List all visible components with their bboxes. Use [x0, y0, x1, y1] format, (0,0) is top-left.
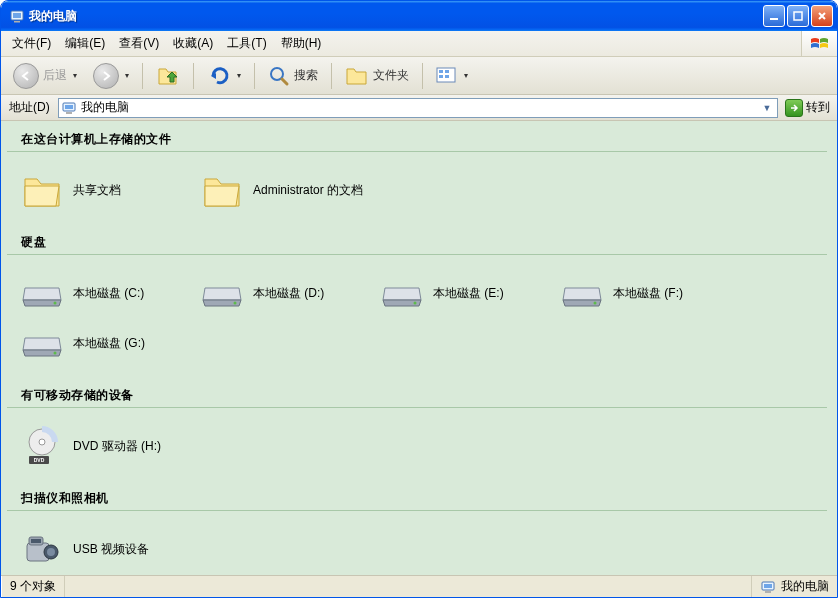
views-dropdown-icon: ▾ [464, 71, 468, 80]
address-label: 地址(D) [5, 99, 54, 116]
svg-text:DVD: DVD [34, 457, 45, 463]
status-location: 我的电脑 [752, 578, 837, 595]
mycomputer-icon [61, 100, 77, 116]
status-spacer [65, 576, 752, 597]
forward-button[interactable]: ▾ [87, 59, 135, 93]
item-local-disk-e[interactable]: 本地磁盘 (E:) [377, 269, 557, 319]
address-value: 我的电脑 [81, 99, 755, 116]
mycomputer-icon [760, 579, 776, 595]
back-button[interactable]: 后退 ▾ [7, 59, 83, 93]
toolbar-separator [142, 63, 143, 89]
section-scanners-items: USB 视频设备 [1, 521, 837, 575]
svg-rect-1 [13, 13, 21, 18]
menu-help[interactable]: 帮助(H) [274, 32, 329, 55]
svg-point-25 [47, 548, 55, 556]
window-controls [763, 5, 833, 27]
item-label: 本地磁盘 (E:) [433, 286, 504, 302]
svg-rect-30 [765, 591, 771, 593]
hard-drive-icon [21, 273, 63, 315]
content-pane[interactable]: 在这台计算机上存储的文件 共享文档 Administrator 的文档 硬盘 本… [1, 121, 837, 575]
menu-tools[interactable]: 工具(T) [220, 32, 273, 55]
svg-rect-29 [764, 584, 772, 588]
maximize-button[interactable] [787, 5, 809, 27]
minimize-button[interactable] [763, 5, 785, 27]
item-label: Administrator 的文档 [253, 183, 363, 199]
undo-icon [207, 64, 231, 88]
status-location-text: 我的电脑 [781, 578, 829, 595]
toolbar-separator [331, 63, 332, 89]
item-shared-documents[interactable]: 共享文档 [17, 166, 197, 216]
item-local-disk-f[interactable]: 本地磁盘 (F:) [557, 269, 737, 319]
section-files-items: 共享文档 Administrator 的文档 [1, 162, 837, 224]
svg-rect-2 [14, 21, 20, 23]
section-removable-header: 有可移动存储的设备 [7, 379, 827, 408]
svg-rect-4 [794, 12, 802, 20]
svg-point-14 [54, 302, 57, 305]
search-button[interactable]: 搜索 [262, 61, 324, 91]
address-dropdown-icon[interactable]: ▼ [759, 103, 775, 113]
toolbar-separator [193, 63, 194, 89]
close-button[interactable] [811, 5, 833, 27]
up-button[interactable] [150, 60, 186, 92]
folder-icon [201, 170, 243, 212]
item-label: 本地磁盘 (G:) [73, 336, 145, 352]
item-local-disk-g[interactable]: 本地磁盘 (G:) [17, 319, 197, 369]
forward-arrow-icon [93, 63, 119, 89]
views-button[interactable]: ▾ [430, 63, 474, 89]
item-label: USB 视频设备 [73, 542, 149, 558]
item-admin-documents[interactable]: Administrator 的文档 [197, 166, 377, 216]
svg-rect-7 [439, 70, 443, 73]
status-bar: 9 个对象 我的电脑 [1, 575, 837, 597]
hard-drive-icon [21, 323, 63, 365]
item-label: 本地磁盘 (C:) [73, 286, 144, 302]
item-dvd-drive[interactable]: DVD DVD 驱动器 (H:) [17, 422, 197, 472]
windows-flag-icon [801, 31, 837, 56]
svg-rect-10 [445, 75, 449, 78]
item-label: DVD 驱动器 (H:) [73, 439, 161, 455]
section-drives-header: 硬盘 [7, 226, 827, 255]
folders-icon [345, 65, 369, 87]
back-arrow-icon [13, 63, 39, 89]
undo-dropdown-icon: ▾ [237, 71, 241, 80]
item-label: 本地磁盘 (F:) [613, 286, 683, 302]
search-label: 搜索 [294, 67, 318, 84]
svg-rect-13 [66, 112, 72, 114]
folders-label: 文件夹 [373, 67, 409, 84]
item-label: 共享文档 [73, 183, 121, 199]
menu-favorites[interactable]: 收藏(A) [166, 32, 220, 55]
go-button[interactable]: 转到 [782, 99, 833, 117]
svg-rect-9 [445, 70, 449, 73]
dvd-drive-icon: DVD [21, 426, 63, 468]
undo-button[interactable]: ▾ [201, 60, 247, 92]
svg-rect-3 [770, 18, 778, 20]
address-input[interactable]: 我的电脑 ▼ [58, 98, 778, 118]
svg-point-16 [414, 302, 417, 305]
views-icon [436, 67, 458, 85]
app-icon [9, 8, 25, 24]
item-label: 本地磁盘 (D:) [253, 286, 324, 302]
section-removable-items: DVD DVD 驱动器 (H:) [1, 418, 837, 480]
section-scanners-header: 扫描仪和照相机 [7, 482, 827, 511]
section-files-header: 在这台计算机上存储的文件 [7, 123, 827, 152]
menu-file[interactable]: 文件(F) [5, 32, 58, 55]
hard-drive-icon [381, 273, 423, 315]
section-drives-items: 本地磁盘 (C:) 本地磁盘 (D:) 本地磁盘 (E:) 本地磁盘 (F:) … [1, 265, 837, 377]
svg-rect-27 [31, 539, 41, 543]
item-usb-video[interactable]: USB 视频设备 [17, 525, 197, 575]
menu-view[interactable]: 查看(V) [112, 32, 166, 55]
camcorder-icon [21, 529, 63, 571]
svg-point-18 [54, 352, 57, 355]
svg-point-15 [234, 302, 237, 305]
menu-edit[interactable]: 编辑(E) [58, 32, 112, 55]
toolbar-separator [422, 63, 423, 89]
svg-point-20 [39, 439, 45, 445]
status-object-count: 9 个对象 [1, 576, 65, 597]
back-dropdown-icon: ▾ [73, 71, 77, 80]
search-icon [268, 65, 290, 87]
svg-rect-12 [65, 105, 73, 109]
title-bar[interactable]: 我的电脑 [1, 1, 837, 31]
item-local-disk-d[interactable]: 本地磁盘 (D:) [197, 269, 377, 319]
item-local-disk-c[interactable]: 本地磁盘 (C:) [17, 269, 197, 319]
forward-dropdown-icon: ▾ [125, 71, 129, 80]
folders-button[interactable]: 文件夹 [339, 61, 415, 91]
